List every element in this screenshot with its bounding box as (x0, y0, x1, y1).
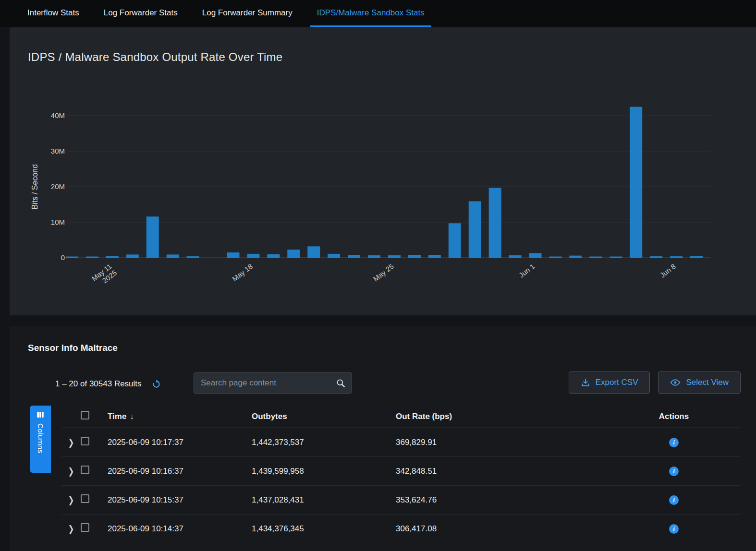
tab-interflow-stats[interactable]: Interflow Stats (21, 0, 86, 27)
checkbox-cell (81, 523, 108, 534)
info-button[interactable]: i (669, 467, 679, 476)
search-icon[interactable] (336, 378, 346, 388)
data-table: Time↓OutbytesOut Rate (bps)Actions ❯2025… (61, 405, 741, 543)
cell-time: 2025-06-09 10:15:37 (108, 495, 252, 505)
table-row: ❯2025-06-09 10:17:371,442,373,537369,829… (61, 428, 741, 457)
header-cell-time[interactable]: Time↓ (108, 412, 252, 421)
select-view-button[interactable]: Select View (658, 371, 741, 394)
cell-out-rate: 306,417.08 (396, 524, 607, 534)
cell-out-rate: 369,829.91 (396, 438, 607, 447)
cell-outbytes: 1,442,373,537 (252, 438, 396, 447)
row-checkbox[interactable] (81, 494, 89, 503)
header-label-outbytes: Outbytes (252, 412, 287, 421)
actions-cell: i (607, 438, 741, 447)
expander-cell: ❯ (61, 495, 81, 505)
actions-cell: i (607, 524, 741, 534)
select-all-checkbox[interactable] (81, 411, 89, 419)
chart-title: IDPS / Malware Sandbox Output Rate Over … (28, 50, 282, 64)
tab-log-forwarder-stats[interactable]: Log Forwarder Stats (97, 0, 184, 27)
header-label-time: Time (108, 412, 126, 421)
info-button[interactable]: i (669, 438, 679, 447)
expander-cell: ❯ (61, 438, 81, 447)
cell-out-rate: 353,624.76 (396, 495, 607, 505)
info-button[interactable]: i (669, 495, 679, 505)
table-row: ❯2025-06-09 10:15:371,437,028,431353,624… (61, 486, 741, 515)
results-toolbar: 1 – 20 of 30543 Results (55, 373, 162, 395)
refresh-button[interactable] (150, 378, 162, 390)
action-buttons: Export CSV Select View (569, 371, 741, 394)
expander-cell: ❯ (61, 467, 81, 476)
cell-time: 2025-06-09 10:16:37 (108, 467, 252, 476)
header-checkbox-cell (81, 411, 108, 422)
table-row: ❯2025-06-09 10:16:371,439,599,958342,848… (61, 457, 741, 486)
svg-text:10M: 10M (51, 218, 65, 226)
row-expander-icon[interactable]: ❯ (61, 494, 81, 505)
expander-cell: ❯ (61, 524, 81, 534)
export-csv-button[interactable]: Export CSV (569, 371, 650, 394)
cell-outbytes: 1,434,376,345 (252, 524, 396, 534)
cell-time: 2025-06-09 10:14:37 (108, 524, 252, 534)
export-csv-label: Export CSV (596, 378, 638, 387)
info-button[interactable]: i (669, 524, 679, 534)
page: Interflow StatsLog Forwarder StatsLog Fo… (0, 0, 756, 551)
select-view-label: Select View (686, 378, 729, 387)
table-body: ❯2025-06-09 10:17:371,442,373,537369,829… (61, 428, 741, 543)
row-expander-icon[interactable]: ❯ (61, 437, 81, 448)
svg-text:Bits / Second: Bits / Second (31, 164, 39, 209)
row-expander-icon[interactable]: ❯ (61, 466, 81, 477)
eye-icon (670, 377, 681, 388)
svg-text:0: 0 (61, 253, 65, 262)
cell-time: 2025-06-09 10:17:37 (108, 438, 252, 447)
svg-text:May 25: May 25 (372, 262, 395, 283)
search-input[interactable] (200, 378, 336, 388)
table-header: Time↓OutbytesOut Rate (bps)Actions (61, 405, 741, 428)
section-heading: Sensor Info Maltrace (28, 343, 118, 353)
checkbox-cell (81, 494, 108, 505)
row-checkbox[interactable] (81, 523, 89, 532)
results-count: 1 – 20 of 30543 Results (55, 379, 142, 389)
header-label-actions: Actions (659, 412, 689, 421)
table-row: ❯2025-06-09 10:14:371,434,376,345306,417… (61, 515, 741, 543)
cell-outbytes: 1,439,599,958 (252, 467, 396, 476)
columns-icon (36, 410, 45, 419)
header-cell-actions: Actions (607, 412, 741, 421)
output-rate-bar-chart: 010M20M30M40MBits / SecondMay 112025May … (10, 75, 756, 315)
checkbox-cell (81, 466, 108, 477)
refresh-icon (151, 379, 161, 389)
tab-bar: Interflow StatsLog Forwarder StatsLog Fo… (0, 0, 756, 27)
svg-text:May 112025: May 112025 (90, 262, 118, 289)
row-checkbox[interactable] (81, 437, 89, 445)
header-cell-out-rate-bps-[interactable]: Out Rate (bps) (396, 412, 607, 421)
download-icon (581, 378, 590, 387)
columns-tab-label: Columns (37, 423, 45, 454)
tab-log-forwarder-summary[interactable]: Log Forwarder Summary (195, 0, 299, 27)
svg-text:30M: 30M (51, 147, 65, 155)
actions-cell: i (607, 495, 741, 505)
header-label-out-rate-bps-: Out Rate (bps) (396, 412, 452, 421)
sort-descending-icon: ↓ (130, 412, 134, 420)
svg-text:Jun 1: Jun 1 (517, 262, 536, 279)
svg-text:20M: 20M (51, 182, 65, 191)
cell-out-rate: 342,848.51 (396, 467, 607, 476)
checkbox-cell (81, 437, 108, 448)
svg-text:40M: 40M (51, 111, 65, 120)
header-cell-outbytes[interactable]: Outbytes (252, 412, 396, 421)
search-box (194, 372, 352, 394)
svg-text:May 18: May 18 (231, 262, 254, 283)
actions-cell: i (607, 467, 741, 476)
row-expander-icon[interactable]: ❯ (61, 523, 81, 534)
svg-text:Jun 8: Jun 8 (658, 262, 677, 279)
columns-tab[interactable]: Columns (30, 406, 51, 473)
chart-card: IDPS / Malware Sandbox Output Rate Over … (10, 27, 756, 315)
row-checkbox[interactable] (81, 466, 89, 474)
table-card: Sensor Info Maltrace 1 – 20 of 30543 Res… (10, 326, 756, 551)
cell-outbytes: 1,437,028,431 (252, 495, 396, 505)
tab-idps-malware-sandbox-stats[interactable]: IDPS/Malware Sandbox Stats (310, 0, 431, 27)
